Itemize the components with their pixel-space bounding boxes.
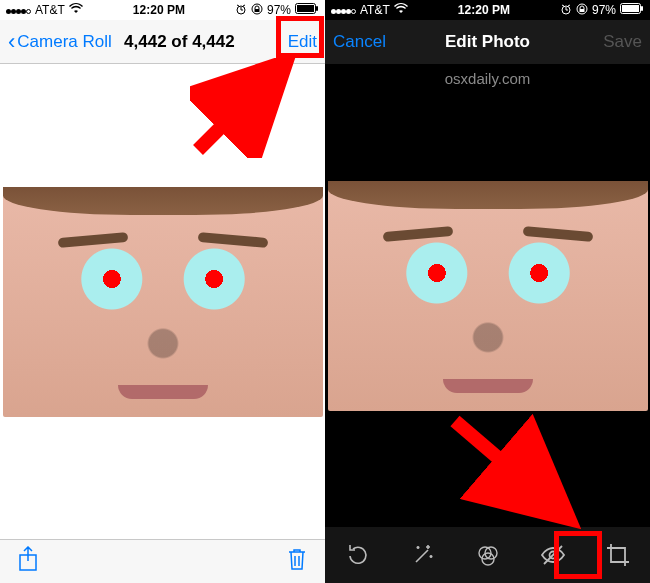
alarm-icon [560, 3, 572, 18]
rotation-lock-icon [576, 3, 588, 18]
battery-pct-label: 97% [592, 3, 616, 17]
back-label: Camera Roll [17, 32, 111, 52]
rotate-button[interactable] [338, 535, 378, 575]
cancel-button[interactable]: Cancel [333, 32, 386, 52]
photo-viewport[interactable]: osxdaily.com [325, 64, 650, 527]
edit-button[interactable]: Edit [288, 32, 317, 52]
photo-viewport[interactable] [0, 64, 325, 539]
clock-label: 12:20 PM [133, 3, 185, 17]
crop-button[interactable] [598, 535, 638, 575]
status-bar: AT&T 12:20 PM 97% [325, 0, 650, 20]
edit-toolbar [325, 527, 650, 583]
battery-icon [620, 3, 644, 17]
clock-label: 12:20 PM [458, 3, 510, 17]
photo-image [3, 187, 323, 417]
nav-bar: Cancel Edit Photo Save [325, 20, 650, 64]
signal-dots-icon [331, 3, 356, 17]
svg-rect-2 [254, 9, 259, 12]
battery-icon [295, 3, 319, 17]
battery-pct-label: 97% [267, 3, 291, 17]
svg-rect-5 [316, 6, 318, 11]
page-title: Edit Photo [403, 32, 572, 52]
photo-image [328, 181, 648, 411]
svg-rect-13 [641, 6, 643, 11]
auto-enhance-button[interactable] [403, 535, 443, 575]
carrier-label: AT&T [360, 3, 390, 17]
signal-dots-icon [6, 3, 31, 17]
alarm-icon [235, 3, 247, 18]
watermark-label: osxdaily.com [325, 70, 650, 87]
filters-button[interactable] [468, 535, 508, 575]
share-button[interactable] [18, 546, 38, 578]
svg-rect-12 [622, 5, 639, 12]
back-button[interactable]: ‹ Camera Roll [8, 31, 112, 53]
rotation-lock-icon [251, 3, 263, 18]
bottom-toolbar [0, 539, 325, 583]
nav-bar: ‹ Camera Roll 4,442 of 4,442 Edit [0, 20, 325, 64]
photo-counter: 4,442 of 4,442 [124, 32, 235, 51]
carrier-label: AT&T [35, 3, 65, 17]
chevron-left-icon: ‹ [8, 31, 15, 53]
svg-rect-4 [297, 5, 314, 12]
trash-button[interactable] [287, 547, 307, 577]
wifi-icon [394, 3, 408, 17]
svg-rect-10 [579, 9, 584, 12]
redeye-button[interactable] [533, 535, 573, 575]
save-button[interactable]: Save [603, 32, 642, 52]
wifi-icon [69, 3, 83, 17]
status-bar: AT&T 12:20 PM 97% [0, 0, 325, 20]
